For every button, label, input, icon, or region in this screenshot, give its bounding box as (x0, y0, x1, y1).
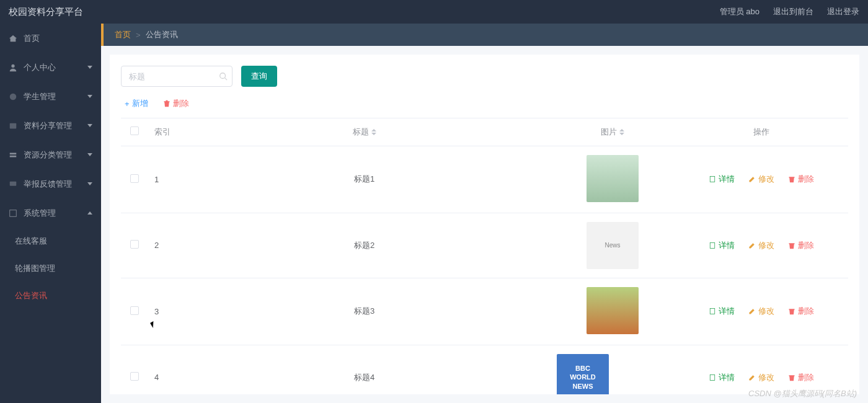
svg-rect-2 (10, 123, 17, 128)
row-actions: 详情修改删除 (681, 372, 842, 383)
search-button[interactable]: 查询 (241, 66, 277, 87)
chat-icon (9, 180, 17, 188)
row-delete-button[interactable]: 删除 (788, 240, 814, 251)
row-index: 2 (148, 213, 178, 278)
svg-rect-4 (10, 155, 17, 157)
share-icon (9, 122, 17, 130)
nav-label: 举报反馈管理 (24, 179, 72, 190)
detail-button[interactable]: 详情 (709, 240, 735, 251)
edit-icon (748, 242, 756, 249)
row-checkbox[interactable] (130, 174, 139, 183)
nav-sub-label: 在线客服 (15, 236, 47, 247)
edit-button[interactable]: 修改 (748, 240, 774, 251)
category-icon (9, 151, 17, 159)
row-index: 3 (148, 278, 178, 345)
nav-announcement[interactable]: 公告资讯 (0, 282, 101, 309)
row-delete-button[interactable]: 删除 (788, 306, 814, 317)
nav-carousel[interactable]: 轮播图管理 (0, 255, 101, 282)
nav-system[interactable]: 系统管理 (0, 198, 101, 228)
row-thumbnail[interactable] (587, 287, 639, 334)
nav-resource-category[interactable]: 资源分类管理 (0, 140, 101, 169)
chevron-down-icon (87, 153, 92, 156)
svg-rect-10 (710, 242, 715, 248)
row-delete-button[interactable]: 删除 (788, 174, 814, 185)
watermark: CSDN @猫头鹰源码(同名B站) (748, 388, 857, 399)
row-checkbox[interactable] (130, 372, 139, 381)
svg-point-1 (10, 93, 17, 100)
doc-icon (709, 374, 716, 381)
data-table: 索引 标题 图片 操作 1标题1详情修改删除2标题2News详情修改删除3标题3… (121, 118, 848, 394)
search-icon (219, 72, 228, 81)
row-delete-button[interactable]: 删除 (788, 372, 814, 383)
sidebar: 首页 个人中心 学生管理 资料分享管理 资源分类管理 举报反馈管理 系统管理 在… (0, 24, 101, 403)
detail-button[interactable]: 详情 (709, 174, 735, 185)
breadcrumb-current: 公告资讯 (146, 29, 178, 40)
doc-icon (709, 175, 716, 183)
search-input[interactable] (121, 66, 232, 87)
breadcrumb-home[interactable]: 首页 (115, 29, 131, 40)
breadcrumb: 首页 > 公告资讯 (101, 24, 868, 46)
user-icon (9, 63, 17, 72)
nav-label: 资源分类管理 (24, 149, 72, 161)
table-row: 4标题4BBCWORLDNEWS详情修改删除 (121, 345, 848, 394)
nav-label: 学生管理 (24, 91, 56, 102)
row-thumbnail[interactable] (587, 155, 639, 202)
row-title: 标题4 (178, 345, 551, 394)
nav-profile[interactable]: 个人中心 (0, 53, 101, 82)
nav-home[interactable]: 首页 (0, 24, 101, 53)
edit-button[interactable]: 修改 (748, 372, 774, 383)
nav-label: 系统管理 (24, 208, 56, 219)
edit-button[interactable]: 修改 (748, 174, 774, 185)
row-thumbnail[interactable]: BBCWORLDNEWS (557, 354, 609, 395)
chevron-down-icon (87, 66, 92, 69)
trash-icon (788, 308, 795, 315)
sort-icon (619, 129, 624, 135)
nav-resource-share[interactable]: 资料分享管理 (0, 111, 101, 140)
detail-button[interactable]: 详情 (709, 306, 735, 317)
edit-button[interactable]: 修改 (748, 306, 774, 317)
trash-icon (163, 100, 170, 107)
col-image[interactable]: 图片 (551, 118, 675, 146)
row-thumbnail[interactable]: News (587, 222, 639, 269)
plus-icon: + (125, 99, 130, 108)
system-icon (9, 209, 17, 218)
nav-label: 资料分享管理 (24, 120, 72, 131)
bulk-actions: + 新增 删除 (121, 98, 848, 118)
breadcrumb-sep: > (136, 30, 141, 40)
table-row: 1标题1详情修改删除 (121, 146, 848, 213)
admin-label[interactable]: 管理员 abo (720, 6, 760, 17)
table-row: 3标题3详情修改删除 (121, 278, 848, 345)
col-title[interactable]: 标题 (178, 118, 551, 146)
delete-label: 删除 (173, 98, 189, 109)
row-actions: 详情修改删除 (681, 240, 842, 251)
add-label: 新增 (132, 98, 148, 109)
row-actions: 详情修改删除 (681, 174, 842, 185)
doc-icon (709, 242, 716, 249)
exit-to-front-link[interactable]: 退出到前台 (773, 6, 813, 17)
detail-button[interactable]: 详情 (709, 372, 735, 383)
header-actions: 管理员 abo 退出到前台 退出登录 (720, 6, 859, 17)
topbar: 校园资料分享平台 管理员 abo 退出到前台 退出登录 (0, 0, 868, 24)
edit-icon (748, 374, 756, 381)
doc-icon (709, 308, 716, 315)
nav-label: 首页 (24, 33, 40, 44)
svg-point-0 (11, 64, 14, 67)
row-checkbox[interactable] (130, 306, 139, 315)
row-title: 标题3 (178, 278, 551, 345)
select-all-checkbox[interactable] (130, 126, 139, 135)
nav-report-feedback[interactable]: 举报反馈管理 (0, 169, 101, 198)
svg-point-7 (220, 73, 226, 79)
delete-button[interactable]: 删除 (163, 98, 189, 109)
nav-students[interactable]: 学生管理 (0, 82, 101, 111)
row-checkbox[interactable] (130, 240, 139, 249)
logout-link[interactable]: 退出登录 (827, 6, 859, 17)
nav-sub-label: 公告资讯 (15, 290, 47, 301)
row-index: 1 (148, 146, 178, 213)
nav-label: 个人中心 (24, 62, 56, 73)
col-index[interactable]: 索引 (148, 118, 178, 146)
chevron-down-icon (87, 182, 92, 185)
row-title: 标题2 (178, 213, 551, 278)
app-brand: 校园资料分享平台 (9, 6, 83, 18)
add-button[interactable]: + 新增 (125, 98, 148, 109)
nav-online-service[interactable]: 在线客服 (0, 228, 101, 255)
